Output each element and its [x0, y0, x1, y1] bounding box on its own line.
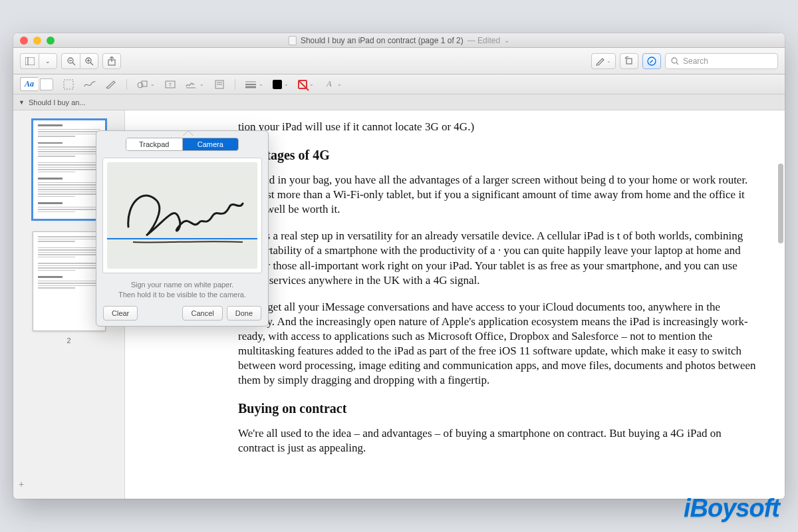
- search-placeholder: Search: [683, 57, 708, 66]
- search-icon: [671, 57, 679, 65]
- chevron-down-icon: ⌄: [504, 37, 509, 44]
- doc-paragraph: 4G iPad in your bag, you have all the ad…: [238, 173, 758, 217]
- text-box-tool[interactable]: T: [164, 78, 176, 90]
- doc-heading-buying: Buying on contract: [238, 400, 758, 417]
- camera-tab[interactable]: Camera: [183, 138, 239, 150]
- page-2-thumbnail[interactable]: [33, 231, 106, 331]
- rotate-button[interactable]: [620, 53, 638, 69]
- signature-popover: Trackpad Camera Sign your name on white …: [96, 130, 269, 327]
- watermark-logo: iBoysoft: [684, 494, 779, 523]
- markup-toolbar: Aa ⌄ T ⌄ ⌄ ⌄ ⌄ A⌄: [13, 74, 785, 94]
- svg-rect-0: [25, 57, 35, 65]
- highlight-button[interactable]: ⌄: [591, 53, 616, 69]
- search-input[interactable]: Search: [665, 53, 778, 69]
- svg-line-6: [90, 63, 93, 65]
- zoom-out-button[interactable]: [61, 53, 80, 69]
- share-button[interactable]: [102, 53, 121, 69]
- titlebar: Should I buy an iPad on contract (page 1…: [13, 33, 785, 48]
- signature-hint: Sign your name on white paper. Then hold…: [118, 280, 246, 301]
- signature-popover-footer: Clear Cancel Done: [103, 306, 261, 321]
- scrollbar[interactable]: [778, 164, 783, 243]
- text-tool[interactable]: Aa: [20, 77, 53, 91]
- close-window-button[interactable]: [20, 37, 28, 45]
- svg-rect-15: [64, 80, 73, 89]
- doc-paragraph: You'll get all your iMessage conversatio…: [238, 300, 758, 388]
- document-tabbar: ▼ Should I buy an...: [13, 94, 785, 110]
- zoom-in-button[interactable]: [80, 53, 98, 69]
- trackpad-tab[interactable]: Trackpad: [126, 138, 183, 150]
- svg-point-16: [138, 82, 143, 88]
- doc-paragraph: tion your iPad will use if it cannot loc…: [238, 120, 758, 134]
- note-tool[interactable]: [213, 78, 225, 90]
- done-button[interactable]: Done: [227, 306, 261, 321]
- signature-camera-preview: [102, 158, 262, 273]
- view-menu-chevron-icon[interactable]: ⌄: [39, 53, 57, 69]
- doc-paragraph: We're all used to the idea – and advanta…: [238, 426, 758, 456]
- title-text: Should I buy an iPad on contract (page 1…: [301, 36, 464, 45]
- doc-heading-advantages: dvantages of 4G: [238, 146, 758, 164]
- edited-indicator: — Edited: [467, 36, 500, 45]
- sign-tool[interactable]: ⌄: [186, 78, 204, 90]
- svg-line-14: [676, 63, 678, 65]
- signature-source-segment[interactable]: Trackpad Camera: [126, 138, 239, 151]
- svg-line-3: [72, 63, 75, 65]
- disclosure-triangle-icon[interactable]: ▼: [19, 99, 25, 106]
- main-toolbar: ⌄ ⌄ Search: [13, 48, 785, 74]
- svg-text:T: T: [169, 82, 172, 88]
- minimize-window-button[interactable]: [33, 37, 41, 45]
- page-2-number: 2: [66, 336, 70, 344]
- preview-window: Should I buy an iPad on contract (page 1…: [13, 33, 785, 499]
- svg-rect-11: [626, 59, 632, 64]
- doc-paragraph: e 4G is a real step up in versatility fo…: [238, 229, 758, 287]
- cancel-button[interactable]: Cancel: [182, 306, 222, 321]
- zoom-window-button[interactable]: [47, 37, 55, 45]
- sketch-tool[interactable]: [84, 78, 96, 90]
- svg-point-13: [672, 58, 677, 63]
- sidebar-view-icon[interactable]: [20, 53, 39, 69]
- page-1-thumbnail[interactable]: [33, 120, 106, 219]
- fill-color-tool[interactable]: ⌄: [273, 80, 289, 89]
- border-color-tool[interactable]: ⌄: [298, 80, 314, 89]
- window-controls: [13, 37, 55, 45]
- line-style-tool[interactable]: ⌄: [245, 78, 263, 90]
- shapes-tool[interactable]: ⌄: [136, 78, 155, 90]
- clear-button[interactable]: Clear: [103, 306, 138, 321]
- captured-signature: [123, 184, 249, 250]
- markup-toggle-button[interactable]: [642, 53, 661, 69]
- zoom-segment: [61, 53, 98, 69]
- document-icon: [289, 36, 297, 45]
- tab-label[interactable]: Should I buy an...: [29, 98, 86, 106]
- add-page-button[interactable]: +: [13, 479, 24, 489]
- view-mode-segment[interactable]: ⌄: [20, 53, 57, 69]
- window-title[interactable]: Should I buy an iPad on contract (page 1…: [289, 36, 509, 45]
- font-style-tool[interactable]: A⌄: [323, 78, 342, 90]
- selection-tool[interactable]: [63, 78, 74, 90]
- draw-tool[interactable]: [105, 78, 117, 90]
